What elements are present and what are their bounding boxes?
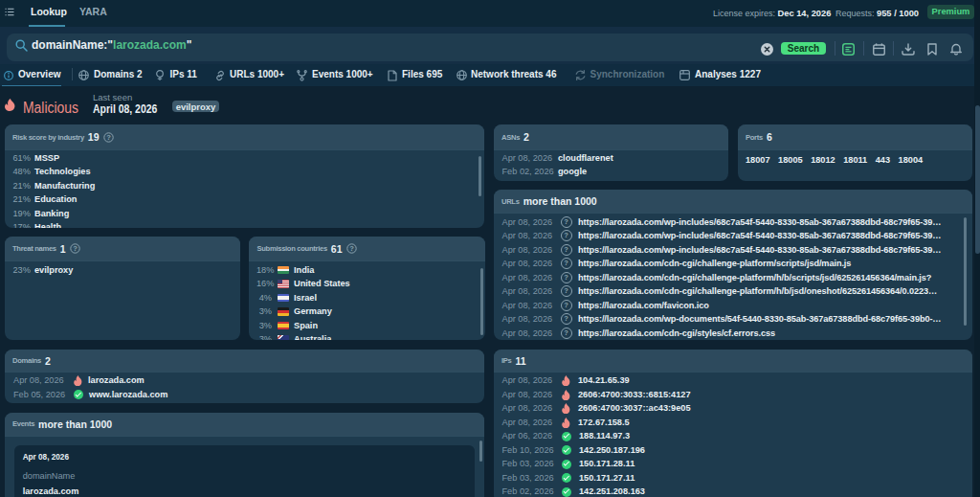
svg-text:?: ? bbox=[106, 133, 111, 142]
svg-text:?: ? bbox=[73, 244, 78, 253]
svg-text:?: ? bbox=[349, 244, 354, 253]
